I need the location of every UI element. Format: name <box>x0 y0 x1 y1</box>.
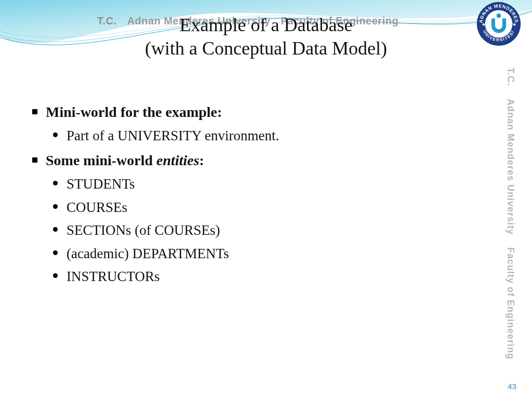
item-2-2: COURSEs <box>66 200 127 215</box>
sublist-1: Part of a UNIVERSITY environment. <box>53 124 489 148</box>
heading-2-pre: Some mini-world <box>46 152 156 168</box>
bullet-lvl1: Some mini-world entities: <box>32 149 489 172</box>
dot-bullet-icon <box>53 204 58 209</box>
side-watermark: T.C. Adnan Menderes University Faculty o… <box>512 52 527 343</box>
bullet-lvl2: INSTRUCTORs <box>53 265 489 288</box>
heading-2-em: entities <box>156 152 199 168</box>
heading-1: Mini-world for the example: <box>46 104 222 120</box>
bullet-lvl1: Mini-world for the example: <box>32 101 489 124</box>
bullet-lvl2: SECTIONs (of COURSEs) <box>53 219 489 242</box>
dot-bullet-icon <box>53 227 58 232</box>
slide-body: Mini-world for the example: Part of a UN… <box>32 99 489 288</box>
sublist-2: STUDENTs COURSEs SECTIONs (of COURSEs) (… <box>53 172 489 288</box>
item-2-1: STUDENTs <box>66 176 135 192</box>
heading-2-post: : <box>200 152 204 168</box>
title-line2: (with a Conceptual Data Model) <box>0 37 532 60</box>
title-line1: Example of a Database <box>0 14 532 37</box>
dot-bullet-icon <box>53 250 58 255</box>
square-bullet-icon <box>32 109 37 114</box>
side-tc: T.C. <box>506 64 516 89</box>
dot-bullet-icon <box>53 181 58 185</box>
item-2-3: SECTIONs (of COURSEs) <box>66 222 220 238</box>
side-faculty: Faculty of Engineering <box>506 244 516 363</box>
dot-bullet-icon <box>53 273 58 278</box>
dot-bullet-icon <box>53 132 58 137</box>
bullet-lvl2: Part of a UNIVERSITY environment. <box>53 124 489 148</box>
slide: T.C.Adnan Menderes UniversityFaculty of … <box>0 0 532 399</box>
item-1-1: Part of a UNIVERSITY environment. <box>66 128 279 143</box>
item-2-4: (academic) DEPARTMENTs <box>66 246 229 261</box>
bullet-lvl2: COURSEs <box>53 196 489 219</box>
square-bullet-icon <box>32 157 37 163</box>
page-number: 43 <box>508 382 516 391</box>
bullet-lvl2: (academic) DEPARTMENTs <box>53 242 489 265</box>
bullet-lvl2: STUDENTs <box>53 172 489 196</box>
slide-title: Example of a Database (with a Conceptual… <box>0 14 532 60</box>
item-2-5: INSTRUCTORs <box>66 269 160 284</box>
side-university: Adnan Menderes University <box>506 96 516 238</box>
